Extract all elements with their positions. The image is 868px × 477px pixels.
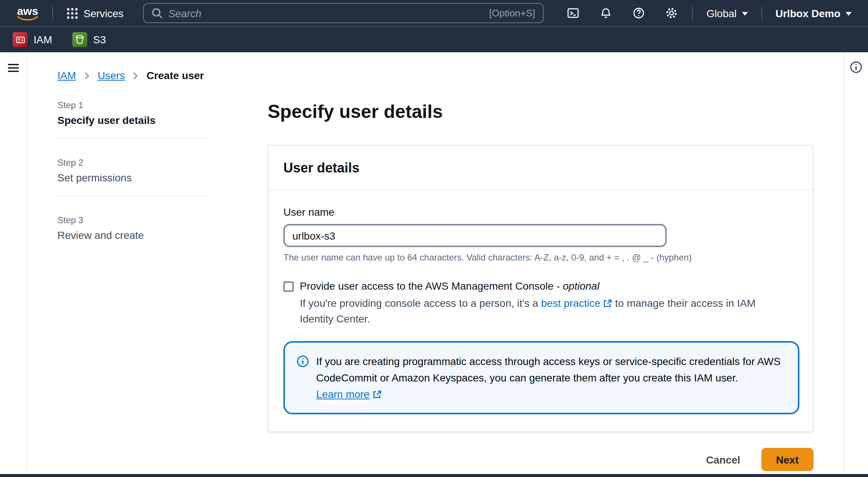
wizard-steps: Step 1 Specify user details Step 2 Set p… [57,100,268,471]
programmatic-access-alert: If you are creating programmatic access … [283,342,799,415]
account-label: Urlbox Demo [776,7,840,19]
divider [761,6,762,20]
card-body: User name The user name can have up to 6… [268,191,813,432]
step-1-label: Step 1 [57,100,268,110]
cancel-button[interactable]: Cancel [706,454,740,466]
cloudshell-icon [567,7,579,19]
search-input[interactable] [168,7,483,19]
step-3-label: Step 3 [57,215,268,225]
divider [52,6,53,20]
top-navigation: aws Services [Option+S] [0,0,868,26]
console-access-optional-text: optional [563,280,600,292]
learn-more-link[interactable]: Learn more [316,389,369,400]
best-practice-link[interactable]: best practice [541,297,600,309]
iam-service-icon [13,32,28,47]
step-2-label: Step 2 [57,158,268,168]
favorite-iam-label: IAM [34,34,52,46]
step-1-title: Specify user details [57,114,268,126]
card-title: User details [283,161,798,177]
caret-down-icon [742,12,748,16]
console-access-label-text: Provide user access to the AWS Managemen… [300,280,560,292]
step-3: Step 3 Review and create [57,215,268,241]
aws-logo[interactable]: aws [7,4,48,22]
user-details-card: User details User name The user name can… [268,145,814,433]
favorite-iam[interactable]: IAM [13,32,52,47]
console-access-label[interactable]: Provide user access to the AWS Managemen… [300,280,600,292]
footer-strip [0,474,868,477]
services-button[interactable]: Services [57,0,132,26]
services-label: Services [84,7,123,19]
search-shortcut: [Option+S] [489,7,535,19]
console-access-description: If you're providing console access to a … [300,296,762,327]
aws-smile-icon [16,16,39,22]
settings-button[interactable] [655,0,688,26]
external-link-icon [372,390,381,400]
collapsed-sidenav [0,52,27,474]
favorites-bar: IAM S3 [0,26,868,52]
favorite-s3[interactable]: S3 [72,32,106,47]
region-selector[interactable]: Global [698,0,757,26]
sidebar-toggle-button[interactable] [6,61,20,77]
hamburger-icon [6,61,20,75]
card-header: User details [268,146,813,191]
help-button[interactable] [622,0,655,26]
global-search[interactable]: [Option+S] [143,3,543,23]
search-icon [151,7,162,19]
help-icon [632,7,645,19]
page-title: Specify user details [268,100,814,124]
step-divider [57,196,208,196]
divider [692,6,693,20]
workspace: IAM Users Create user Step 1 Specify use… [0,52,868,474]
cloudshell-button[interactable] [557,0,589,26]
console-access-desc-start: If you're providing console access to a … [300,297,538,309]
notifications-button[interactable] [589,0,622,26]
wizard-actions: Cancel Next [268,448,814,471]
step-2-title: Set permissions [57,172,268,184]
chevron-right-icon [83,71,91,80]
info-icon [297,356,309,403]
account-menu[interactable]: Urlbox Demo [767,0,861,26]
step-1: Step 1 Specify user details [57,100,268,126]
breadcrumb-link-iam[interactable]: IAM [57,69,76,81]
step-3-title: Review and create [57,229,268,241]
username-label: User name [283,206,798,218]
nav-utilities: Global Urlbox Demo [557,0,861,26]
aws-logo-text: aws [17,7,38,16]
bell-icon [600,7,612,19]
breadcrumb-link-users[interactable]: Users [98,69,125,81]
main-content: IAM Users Create user Step 1 Specify use… [27,52,843,474]
favorite-s3-label: S3 [93,34,106,46]
external-link-icon [603,299,612,309]
username-help: The user name can have up to 64 characte… [283,253,798,263]
region-label: Global [707,7,737,19]
s3-service-icon [72,32,87,47]
console-access-checkbox[interactable] [283,282,294,292]
username-input[interactable] [283,224,667,247]
caret-down-icon [846,12,852,16]
info-icon [850,61,862,73]
breadcrumb-current: Create user [147,69,204,81]
gear-icon [665,7,678,19]
chevron-right-icon [132,71,140,80]
aws-console-page: aws Services [Option+S] [0,0,868,477]
services-grid-icon [66,7,78,19]
step-2: Step 2 Set permissions [57,158,268,184]
alert-text: If you are creating programmatic access … [316,353,786,386]
alert-body: If you are creating programmatic access … [316,353,786,403]
step-divider [57,138,208,139]
info-panel-toggle[interactable] [850,61,862,73]
help-panel-strip [843,52,868,474]
form-column: Specify user details User details User n… [268,100,814,471]
next-button[interactable]: Next [761,448,814,471]
console-access-row: Provide user access to the AWS Managemen… [283,280,798,292]
breadcrumb: IAM Users Create user [57,69,843,81]
